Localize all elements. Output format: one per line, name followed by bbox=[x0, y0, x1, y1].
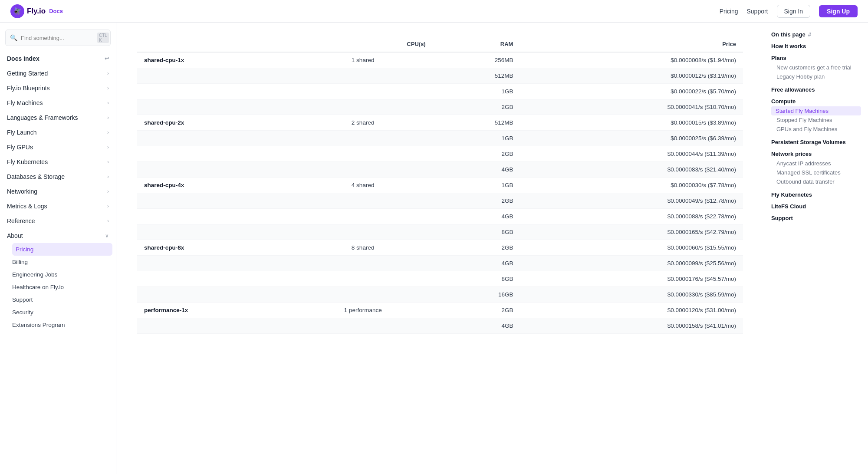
sidebar-item-databases[interactable]: Databases & Storage › bbox=[0, 169, 116, 184]
cell-name bbox=[137, 287, 293, 303]
chevron-right-icon: › bbox=[107, 85, 109, 91]
sidebar-item-fly-machines[interactable]: Fly Machines › bbox=[0, 95, 116, 110]
search-input[interactable] bbox=[21, 35, 94, 41]
cell-cpu bbox=[293, 271, 433, 287]
cell-name bbox=[137, 193, 293, 209]
sidebar-item-fly-kubernetes[interactable]: Fly Kubernetes › bbox=[0, 155, 116, 169]
cell-price: $0.0000044/s ($11.39/mo) bbox=[520, 146, 743, 162]
cell-ram: 256MB bbox=[433, 52, 520, 68]
cell-ram: 2GB bbox=[433, 99, 520, 115]
cell-ram: 16GB bbox=[433, 287, 520, 303]
topnav-right: Pricing Support Sign In Sign Up bbox=[720, 5, 858, 18]
cell-name: shared-cpu-4x bbox=[137, 178, 293, 193]
col-header-ram: RAM bbox=[433, 36, 520, 52]
toc-link[interactable]: New customers get a free trial bbox=[771, 63, 861, 72]
sidebar-sub-extensions[interactable]: Extensions Program bbox=[12, 319, 116, 331]
pricing-table: CPU(s) RAM Price shared-cpu-1x1 shared25… bbox=[137, 36, 743, 334]
sidebar-item-about[interactable]: About ∨ bbox=[0, 228, 116, 243]
cell-cpu: 1 performance bbox=[293, 303, 433, 318]
signin-button[interactable]: Sign In bbox=[777, 5, 811, 18]
logo-text: Fly.io bbox=[27, 7, 46, 16]
sidebar-sub-support[interactable]: Support bbox=[12, 293, 116, 306]
sidebar-sub-pricing[interactable]: Pricing bbox=[12, 243, 112, 256]
sidebar-sub-billing[interactable]: Billing bbox=[12, 256, 116, 268]
cell-ram: 2GB bbox=[433, 303, 520, 318]
col-header-price: Price bbox=[520, 36, 743, 52]
sidebar-item-reference[interactable]: Reference › bbox=[0, 214, 116, 228]
cell-name bbox=[137, 99, 293, 115]
cell-ram: 512MB bbox=[433, 68, 520, 84]
cell-cpu bbox=[293, 287, 433, 303]
sidebar-item-getting-started[interactable]: Getting Started › bbox=[0, 66, 116, 81]
sidebar-item-networking[interactable]: Networking › bbox=[0, 184, 116, 199]
toc-link[interactable]: Legacy Hobby plan bbox=[771, 72, 861, 81]
toc-section-label: Free allowances bbox=[771, 86, 861, 93]
cell-name: shared-cpu-1x bbox=[137, 52, 293, 68]
cell-name: shared-cpu-2x bbox=[137, 115, 293, 131]
search-bar[interactable]: 🔍 CTL K bbox=[5, 30, 111, 46]
cell-price: $0.0000120/s ($31.00/mo) bbox=[520, 303, 743, 318]
sidebar-item-fly-launch[interactable]: Fly Launch › bbox=[0, 125, 116, 140]
cell-price: $0.0000099/s ($25.56/mo) bbox=[520, 256, 743, 271]
cell-cpu bbox=[293, 318, 433, 334]
toc-link[interactable]: Stopped Fly Machines bbox=[771, 115, 861, 125]
docs-index-arrow: ↩ bbox=[105, 56, 109, 62]
sidebar-item-docs-index[interactable]: Docs Index ↩ bbox=[0, 51, 116, 66]
cell-cpu: 2 shared bbox=[293, 115, 433, 131]
toc-link[interactable]: Outbound data transfer bbox=[771, 177, 861, 186]
pricing-link[interactable]: Pricing bbox=[720, 8, 738, 15]
cell-name bbox=[137, 146, 293, 162]
sidebar-sub-healthcare[interactable]: Healthcare on Fly.io bbox=[12, 281, 116, 293]
cell-name bbox=[137, 318, 293, 334]
cell-ram: 512MB bbox=[433, 115, 520, 131]
cell-cpu bbox=[293, 146, 433, 162]
cell-cpu bbox=[293, 99, 433, 115]
cell-ram: 4GB bbox=[433, 318, 520, 334]
toc-link[interactable]: Anycast IP addresses bbox=[771, 159, 861, 168]
table-row: 4GB$0.0000088/s ($22.78/mo) bbox=[137, 209, 743, 224]
chevron-right-icon: › bbox=[107, 115, 109, 121]
chevron-right-icon: › bbox=[107, 129, 109, 135]
table-row: 16GB$0.0000330/s ($85.59/mo) bbox=[137, 287, 743, 303]
toc-link[interactable]: Started Fly Machines bbox=[771, 106, 861, 115]
table-row: 4GB$0.0000083/s ($21.40/mo) bbox=[137, 162, 743, 178]
cell-cpu bbox=[293, 256, 433, 271]
sidebar-item-metrics[interactable]: Metrics & Logs › bbox=[0, 199, 116, 214]
table-row: 4GB$0.0000158/s ($41.01/mo) bbox=[137, 318, 743, 334]
sidebar-sub-security[interactable]: Security bbox=[12, 306, 116, 319]
cell-cpu bbox=[293, 224, 433, 240]
toc-link[interactable]: GPUs and Fly Machines bbox=[771, 125, 861, 134]
sidebar-item-languages[interactable]: Languages & Frameworks › bbox=[0, 110, 116, 125]
cell-price: $0.0000088/s ($22.78/mo) bbox=[520, 209, 743, 224]
cell-ram: 4GB bbox=[433, 256, 520, 271]
main-layout: 🔍 CTL K Docs Index ↩ Getting Started › F… bbox=[0, 23, 868, 474]
table-row: shared-cpu-2x2 shared512MB$0.0000015/s (… bbox=[137, 115, 743, 131]
cell-cpu: 1 shared bbox=[293, 52, 433, 68]
signup-button[interactable]: Sign Up bbox=[819, 5, 858, 17]
cell-cpu: 4 shared bbox=[293, 178, 433, 193]
cell-ram: 1GB bbox=[433, 84, 520, 99]
chevron-right-icon: › bbox=[107, 203, 109, 209]
search-shortcut: CTL K bbox=[97, 33, 109, 43]
cell-price: $0.0000083/s ($21.40/mo) bbox=[520, 162, 743, 178]
chevron-right-icon: › bbox=[107, 70, 109, 76]
right-sidebar-toc: On this page # How it worksPlansNew cust… bbox=[764, 23, 868, 474]
top-navigation: 🪰 Fly.io Docs Pricing Support Sign In Si… bbox=[0, 0, 868, 23]
cell-ram: 4GB bbox=[433, 209, 520, 224]
sidebar-item-blueprints[interactable]: Fly.io Blueprints › bbox=[0, 81, 116, 95]
table-row: 2GB$0.0000049/s ($12.78/mo) bbox=[137, 193, 743, 209]
toc-section-label: Compute bbox=[771, 98, 861, 105]
sidebar-item-fly-gpus[interactable]: Fly GPUs › bbox=[0, 140, 116, 155]
cell-price: $0.0000012/s ($3.19/mo) bbox=[520, 68, 743, 84]
chevron-right-icon: › bbox=[107, 100, 109, 106]
chevron-down-icon: ∨ bbox=[105, 233, 109, 239]
support-link[interactable]: Support bbox=[746, 8, 768, 15]
toc-link[interactable]: Managed SSL certificates bbox=[771, 168, 861, 177]
cell-cpu bbox=[293, 84, 433, 99]
cell-name bbox=[137, 131, 293, 146]
table-row: 1GB$0.0000022/s ($5.70/mo) bbox=[137, 84, 743, 99]
chevron-right-icon: › bbox=[107, 188, 109, 194]
cell-price: $0.0000008/s ($1.94/mo) bbox=[520, 52, 743, 68]
sidebar-sub-engineering-jobs[interactable]: Engineering Jobs bbox=[12, 268, 116, 281]
cell-cpu bbox=[293, 193, 433, 209]
